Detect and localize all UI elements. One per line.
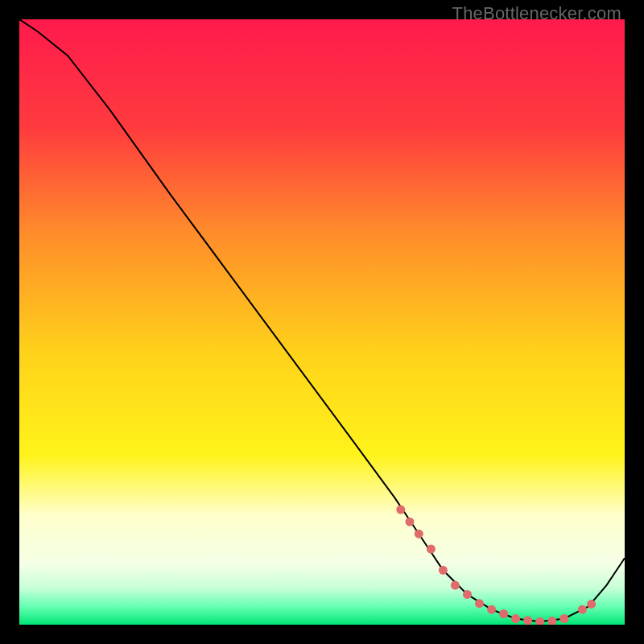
dot [559, 614, 568, 623]
dot [487, 605, 496, 614]
dot [578, 605, 587, 614]
dot [523, 616, 532, 625]
dot [463, 590, 472, 599]
dot [499, 609, 508, 618]
chart-svg [19, 19, 625, 625]
watermark-text: TheBottlenecker.com [452, 3, 621, 24]
dot [439, 566, 448, 575]
dot [451, 581, 460, 590]
dot [511, 614, 520, 623]
dot [587, 600, 596, 609]
dot [415, 530, 423, 539]
dot [396, 506, 405, 514]
dot [475, 599, 484, 608]
dot [406, 518, 415, 526]
chart-frame [19, 19, 625, 625]
dot [427, 545, 436, 554]
